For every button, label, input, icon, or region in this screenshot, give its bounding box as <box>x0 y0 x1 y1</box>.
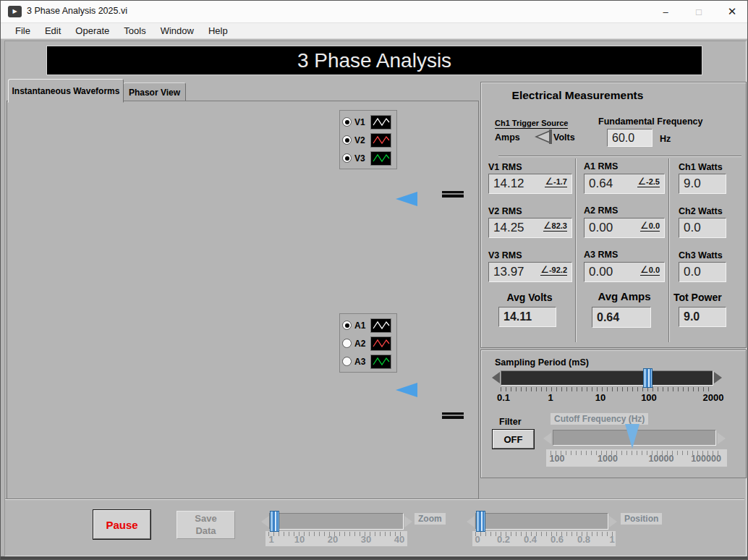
current-range-handle[interactable] <box>442 412 464 419</box>
menu-tools[interactable]: Tools <box>116 25 153 36</box>
a2-angle: ∠0.0 <box>640 220 660 232</box>
close-button[interactable]: ✕ <box>715 1 748 22</box>
legend-item-a3[interactable]: A3 <box>342 352 396 370</box>
slider-left-arrow-icon[interactable] <box>543 433 551 444</box>
slider-right-arrow-icon[interactable] <box>404 516 412 527</box>
slider-right-arrow-icon[interactable] <box>718 433 726 444</box>
filter-button[interactable]: OFF <box>493 430 534 449</box>
pause-button[interactable]: Pause <box>93 510 150 539</box>
plot-style-swatch[interactable] <box>370 133 391 148</box>
menu-operate[interactable]: Operate <box>68 25 116 36</box>
cutoff-frequency-label: Cutoff Frequency (Hz) <box>551 413 648 425</box>
menu-help[interactable]: Help <box>201 25 235 36</box>
a1-rms-display: 0.64 ∠-2.5 <box>584 174 665 194</box>
v2-angle: ∠82.3 <box>543 220 567 232</box>
plot-style-swatch[interactable] <box>370 318 391 333</box>
menu-window[interactable]: Window <box>153 25 201 36</box>
tab-instantaneous-waveforms[interactable]: Instantaneous Waveforms <box>8 79 124 103</box>
plot-style-swatch[interactable] <box>370 115 391 130</box>
radio-a2[interactable] <box>342 339 352 348</box>
legend-item-v2[interactable]: V2 <box>342 131 396 149</box>
menu-file[interactable]: File <box>8 25 38 36</box>
angle-value: -92.2 <box>549 266 567 274</box>
radio-v1[interactable] <box>342 117 352 127</box>
v2-rms-value: 14.25 <box>493 221 524 235</box>
window-title: 3 Phase Analysis 2025.vi <box>27 6 127 16</box>
position-slider[interactable] <box>475 513 608 530</box>
angle-icon: ∠ <box>640 264 649 275</box>
measurements-title: Electrical Measurements <box>493 89 663 102</box>
sampling-period-handle[interactable] <box>643 368 653 388</box>
ch3-watts-label: Ch3 Watts <box>679 250 723 260</box>
slider-right-arrow-icon[interactable] <box>714 372 722 383</box>
plot-style-swatch[interactable] <box>370 355 391 369</box>
a3-rms-display: 0.00 ∠0.0 <box>584 262 665 282</box>
a3-angle: ∠0.0 <box>640 264 660 276</box>
scale-label: 1 <box>264 534 279 545</box>
page-title: 3 Phase Analysis <box>46 46 702 75</box>
sampling-period-slider[interactable] <box>501 370 713 386</box>
scale-label: 100 <box>545 454 569 464</box>
voltage-range-handle[interactable] <box>442 191 464 198</box>
scale-label: 100000 <box>687 454 726 464</box>
v-trigger-level-marker[interactable] <box>396 192 417 206</box>
legend-item-v1[interactable]: V1 <box>342 113 396 131</box>
maximize-button[interactable]: □ <box>682 1 715 22</box>
fundamental-frequency-label: Fundamental Frequency <box>598 116 702 127</box>
legend-item-a1[interactable]: A1 <box>342 316 396 334</box>
scale-label: 0.2 <box>493 534 514 545</box>
window-bottom-edge <box>1 556 748 560</box>
slider-left-arrow-icon[interactable] <box>492 372 500 383</box>
position-slider-label: Position <box>621 513 662 525</box>
save-data-button[interactable]: Save Data <box>177 511 235 539</box>
zoom-handle[interactable] <box>270 511 279 532</box>
radio-v2[interactable] <box>342 135 352 145</box>
radio-v3[interactable] <box>342 153 352 163</box>
angle-value: 0.0 <box>649 221 660 230</box>
scale-label: 10 <box>290 534 309 545</box>
v1-rms-label: V1 RMS <box>488 162 522 172</box>
scale-label: 10 <box>586 392 615 403</box>
plot-style-swatch[interactable] <box>370 151 391 166</box>
slider-left-arrow-icon[interactable] <box>261 516 269 527</box>
a1-rms-value: 0.64 <box>589 177 613 191</box>
minimize-button[interactable]: – <box>649 1 682 22</box>
scale-label: 0.8 <box>574 534 594 545</box>
avg-amps-label: Avg Amps <box>588 290 660 302</box>
a3-rms-label: A3 RMS <box>584 250 618 260</box>
cutoff-frequency-pointer[interactable] <box>625 424 639 449</box>
labview-app-icon <box>8 6 22 17</box>
ch2-watts-label: Ch2 Watts <box>679 206 723 216</box>
v3-rms-label: V3 RMS <box>488 250 522 260</box>
trigger-source-switch[interactable] <box>532 129 553 145</box>
slider-right-arrow-icon[interactable] <box>609 516 617 527</box>
zoom-slider[interactable] <box>269 513 404 530</box>
legend-item-a2[interactable]: A2 <box>342 334 396 352</box>
fundamental-frequency-value: 60.0 <box>612 132 634 145</box>
legend-label: A1 <box>354 321 367 331</box>
menu-edit[interactable]: Edit <box>38 25 68 36</box>
fundamental-frequency-input[interactable]: 60.0 <box>607 129 653 147</box>
tab-phasor-view[interactable]: Phasor View <box>123 82 186 103</box>
position-handle[interactable] <box>476 511 485 532</box>
a1-angle: ∠-2.5 <box>637 176 660 187</box>
divider <box>498 156 741 156</box>
legend-label: V1 <box>354 117 367 127</box>
angle-icon: ∠ <box>545 176 553 187</box>
v3-rms-display: 13.97 ∠-92.2 <box>488 262 572 282</box>
scale-label: 100 <box>634 392 663 403</box>
legend-item-v3[interactable]: V3 <box>342 149 396 167</box>
title-bar: 3 Phase Analysis 2025.vi – □ ✕ <box>1 1 747 23</box>
a2-rms-value: 0.00 <box>589 221 613 235</box>
plot-style-swatch[interactable] <box>370 336 391 351</box>
v1-rms-value: 14.12 <box>493 177 524 191</box>
angle-icon: ∠ <box>640 220 649 231</box>
angle-icon: ∠ <box>540 264 549 275</box>
slider-left-arrow-icon[interactable] <box>467 516 475 527</box>
scale-label: 1 <box>605 534 619 545</box>
scale-label: 20 <box>323 534 342 545</box>
v2-rms-display: 14.25 ∠82.3 <box>488 218 572 238</box>
radio-a3[interactable] <box>342 357 352 366</box>
radio-a1[interactable] <box>342 321 352 330</box>
i-trigger-level-marker[interactable] <box>396 383 417 397</box>
